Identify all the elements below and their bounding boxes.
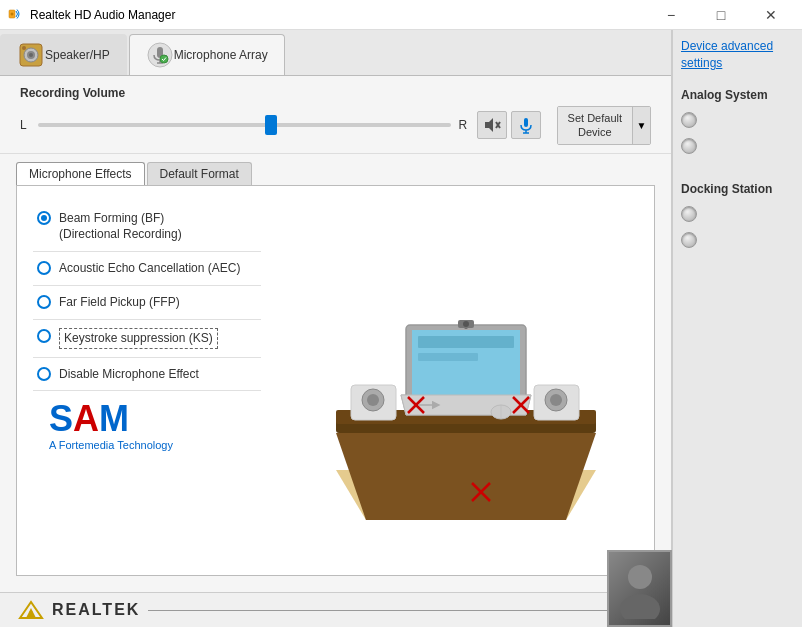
svg-point-1 <box>11 12 14 15</box>
video-content <box>609 552 670 625</box>
svg-marker-20 <box>336 433 596 520</box>
desk-scene-svg <box>306 230 626 530</box>
docking-radio-2[interactable] <box>681 232 697 248</box>
realtek-brand: REALTEK <box>52 601 140 619</box>
window-title: Realtek HD Audio Manager <box>30 8 648 22</box>
inner-tab-bar: Microphone Effects Default Format <box>0 154 671 185</box>
slider-thumb[interactable] <box>265 115 277 135</box>
sam-logo-area: SAM A Fortemedia Technology <box>33 391 261 461</box>
mic-icon <box>517 116 535 134</box>
volume-buttons <box>477 111 541 139</box>
svg-point-49 <box>620 594 660 619</box>
microphone-tab-icon <box>146 41 174 69</box>
effect-ks[interactable]: Keystroke suppression (KS) <box>33 320 261 358</box>
effect-aec-label: Acoustic Echo Cancellation (AEC) <box>59 260 240 277</box>
radio-ks[interactable] <box>37 329 51 343</box>
sam-text: SAM <box>49 401 129 437</box>
docking-radio-1[interactable] <box>681 206 697 222</box>
bottom-bar: REALTEK <box>0 592 671 627</box>
tab-speaker[interactable]: Speaker/HP <box>0 34 127 75</box>
right-channel-label: R <box>459 118 469 132</box>
tab-effects-label: Microphone Effects <box>29 167 132 181</box>
radio-disable[interactable] <box>37 367 51 381</box>
mic-mute-button[interactable] <box>511 111 541 139</box>
svg-point-5 <box>29 53 33 57</box>
analog-radio-1[interactable] <box>681 112 697 128</box>
person-silhouette <box>615 559 665 619</box>
set-default-main-button[interactable]: Set DefaultDevice <box>558 107 632 144</box>
volume-section: Recording Volume L R <box>0 76 671 154</box>
close-button[interactable]: ✕ <box>748 0 794 30</box>
docking-option-1[interactable] <box>681 206 794 222</box>
effect-ffp-label: Far Field Pickup (FFP) <box>59 294 180 311</box>
svg-point-6 <box>22 46 26 50</box>
svg-rect-15 <box>524 118 528 127</box>
svg-rect-31 <box>418 336 514 348</box>
titlebar: Realtek HD Audio Manager − □ ✕ <box>0 0 802 30</box>
svg-point-24 <box>367 394 379 406</box>
tab-format[interactable]: Default Format <box>147 162 252 185</box>
effect-disable[interactable]: Disable Microphone Effect <box>33 358 261 392</box>
effect-disable-label: Disable Microphone Effect <box>59 366 199 383</box>
realtek-logo: REALTEK <box>16 598 140 622</box>
left-panel: Speaker/HP Microphone Array Recording Vo… <box>0 30 672 627</box>
content-area: Microphone Effects Default Format Beam F… <box>0 154 671 592</box>
tab-microphone[interactable]: Microphone Array <box>129 34 285 75</box>
effect-ffp[interactable]: Far Field Pickup (FFP) <box>33 286 261 320</box>
analog-option-1[interactable] <box>681 112 794 128</box>
main-container: Speaker/HP Microphone Array Recording Vo… <box>0 30 802 627</box>
effects-list: Beam Forming (BF)(Directional Recording)… <box>17 186 277 575</box>
svg-point-36 <box>463 321 469 327</box>
sam-subtitle: A Fortemedia Technology <box>49 439 173 451</box>
effects-panel: Beam Forming (BF)(Directional Recording)… <box>16 185 655 576</box>
set-default-dropdown[interactable]: ▼ <box>632 107 650 144</box>
maximize-button[interactable]: □ <box>698 0 744 30</box>
radio-beam-forming[interactable] <box>37 211 51 225</box>
radio-aec[interactable] <box>37 261 51 275</box>
mute-button[interactable] <box>477 111 507 139</box>
device-advanced-link[interactable]: Device advanced settings <box>681 38 794 72</box>
analog-radio-2[interactable] <box>681 138 697 154</box>
svg-point-27 <box>550 394 562 406</box>
effect-beam-forming-label: Beam Forming (BF)(Directional Recording) <box>59 210 182 244</box>
speaker-icon <box>17 41 45 69</box>
svg-point-48 <box>628 565 652 589</box>
realtek-icon <box>16 598 46 622</box>
svg-point-47 <box>29 611 33 615</box>
analog-section-label: Analog System <box>681 88 794 102</box>
video-thumbnail <box>607 550 672 627</box>
app-icon <box>8 7 24 23</box>
radio-ffp[interactable] <box>37 295 51 309</box>
volume-slider[interactable] <box>38 115 451 135</box>
realtek-line <box>148 610 655 611</box>
effect-beam-forming[interactable]: Beam Forming (BF)(Directional Recording) <box>33 202 261 253</box>
device-tab-bar: Speaker/HP Microphone Array <box>0 30 671 76</box>
effect-ks-label: Keystroke suppression (KS) <box>59 328 218 349</box>
svg-rect-32 <box>418 353 478 361</box>
tab-effects[interactable]: Microphone Effects <box>16 162 145 185</box>
docking-option-2[interactable] <box>681 232 794 248</box>
speaker-mute-icon <box>483 116 501 134</box>
tab-microphone-label: Microphone Array <box>174 48 268 62</box>
docking-section-label: Docking Station <box>681 182 794 196</box>
svg-point-11 <box>160 55 168 63</box>
volume-row: L R <box>20 106 651 145</box>
svg-marker-12 <box>485 118 493 132</box>
right-panel: Device advanced settings Analog System D… <box>672 30 802 627</box>
window-controls: − □ ✕ <box>648 0 794 30</box>
tab-speaker-label: Speaker/HP <box>45 48 110 62</box>
left-channel-label: L <box>20 118 30 132</box>
volume-label: Recording Volume <box>20 86 651 100</box>
tab-format-label: Default Format <box>160 167 239 181</box>
analog-option-2[interactable] <box>681 138 794 154</box>
slider-track <box>38 123 451 127</box>
set-default-button[interactable]: Set DefaultDevice ▼ <box>557 106 651 145</box>
minimize-button[interactable]: − <box>648 0 694 30</box>
illustration-area <box>277 186 654 575</box>
effect-aec[interactable]: Acoustic Echo Cancellation (AEC) <box>33 252 261 286</box>
